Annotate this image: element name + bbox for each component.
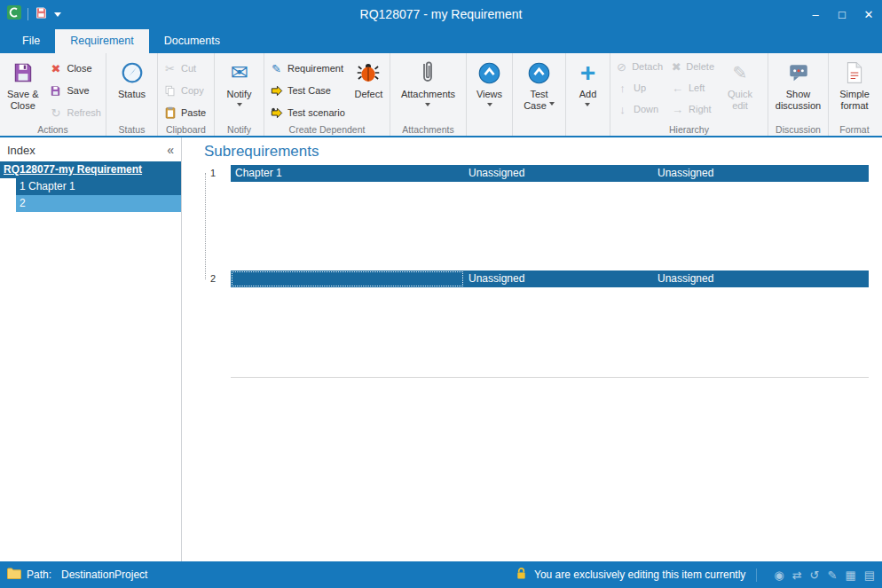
statusbar-tools: ◉ ⇄ ↺ ✎ ▦ ▤ [756,568,875,582]
row-assignee-cell[interactable]: Unassigned [464,270,653,287]
arrow-down-icon: ↓ [615,103,630,116]
test-scenario-arrow-icon [269,106,284,119]
folder-icon [7,568,21,582]
row-name-cell[interactable]: Chapter 1 [231,165,464,182]
statusbar: Path: DestinationProject You are exclusi… [0,561,882,588]
arrow-right-icon: → [670,103,685,116]
views-button[interactable]: Views [475,55,504,124]
move-down-button[interactable]: ↓ Down [611,100,666,118]
paperclip-icon [418,59,437,87]
plus-icon: + [580,59,596,87]
paste-button[interactable]: Paste [159,104,209,122]
ribbon-group-hierarchy: ⊘ Detach ✖ Delete ↑ Up ← Left [610,53,768,136]
grid-icon[interactable]: ▦ [845,568,855,582]
ribbon-group-notify: ✉ Notify Notify [215,53,264,136]
quick-access-chevron-icon[interactable] [54,12,61,20]
maximize-button[interactable]: □ [829,0,855,28]
tree-item-chapter-1[interactable]: 1 Chapter 1 [16,178,181,195]
detach-button[interactable]: ⊘ Detach [611,58,666,75]
close-item-button[interactable]: ✖ Close [44,59,105,77]
tab-requirement[interactable]: Requirement [55,29,149,53]
test-case-arrow-icon [269,84,284,97]
ribbon-group-views: Views [467,53,513,136]
row-assignee-cell[interactable]: Unassigned [464,165,653,182]
test-case-button[interactable]: Test Case [517,55,562,124]
target-icon[interactable]: ◉ [774,568,784,582]
ribbon: Save & Close ✖ Close Save ↻ Refresh [0,53,882,137]
path-value: DestinationProject [61,568,147,581]
subrequirement-row[interactable]: Unassigned Unassigned [231,270,869,287]
move-up-button[interactable]: ↑ Up [611,79,666,97]
path-label: Path: [27,568,51,581]
cut-button[interactable]: ✂ Cut [159,59,209,77]
save-icon [48,85,63,97]
tree-connector-line [205,173,206,279]
status-compass-icon [121,59,144,87]
ribbon-group-discussion: Show discussion Discussion [768,53,829,136]
subrequirement-row[interactable]: Chapter 1 Unassigned Unassigned [231,165,869,182]
ribbon-group-add: + Add [566,53,610,136]
row-name-cell-focused[interactable] [231,270,464,287]
tab-file[interactable]: File [7,29,55,53]
notify-button[interactable]: ✉ Notify [224,55,253,124]
undo-icon[interactable]: ↺ [810,568,820,582]
status-button[interactable]: Status [116,55,147,124]
move-right-button[interactable]: → Right [666,100,718,118]
dropdown-chevron-icon [425,103,430,109]
document-page-icon [845,59,864,87]
quick-save-icon[interactable] [35,6,48,23]
save-and-close-button[interactable]: Save & Close [1,55,44,124]
create-defect-button[interactable]: Defect [349,55,389,124]
refresh-button[interactable]: ↻ Refresh [44,104,105,122]
group-label-status: Status [106,124,157,136]
rows-icon[interactable]: ▤ [864,568,875,582]
tree-item-requirement-root[interactable]: RQ128077-my Requirement [0,161,181,178]
section-heading: Subrequirements [204,143,319,161]
group-label-create-dependent: Create Dependent [264,124,390,136]
add-button[interactable]: + Add [578,55,599,124]
swap-arrows-icon[interactable]: ⇄ [792,568,802,582]
ribbon-group-clipboard: ✂ Cut Copy Paste Clipboard [158,53,215,136]
tree-item-2[interactable]: 2 [16,195,181,212]
close-icon: ✖ [48,62,63,75]
detach-icon: ⊘ [615,60,628,74]
create-test-case-button[interactable]: Test Case [265,82,349,99]
tab-documents[interactable]: Documents [149,29,235,53]
app-icon[interactable] [7,5,21,23]
delete-button[interactable]: ✖ Delete [666,58,718,75]
ribbon-group-format: Simple format Format [829,53,880,136]
row-assignee-cell[interactable]: Unassigned [653,165,869,182]
ribbon-tab-bar: File Requirement Documents [0,28,882,53]
index-sidebar: Index « RQ128077-my Requirement 1 Chapte… [0,137,182,561]
minimize-button[interactable]: – [802,0,829,28]
section-divider [231,377,869,378]
quick-edit-button[interactable]: ✎ Quick edit [718,55,762,124]
collapse-sidebar-icon[interactable]: « [167,143,174,157]
show-discussion-button[interactable]: Show discussion [771,55,826,124]
exclusive-editing-notice: You are exclusively editing this item cu… [534,568,745,581]
window-title: RQ128077 - my Requirement [0,7,882,21]
save-button[interactable]: Save [44,82,105,99]
row-assignee-cell[interactable]: Unassigned [653,270,869,287]
create-test-scenario-button[interactable]: Test scenario [265,104,349,122]
create-requirement-button[interactable]: ✎ Requirement [265,59,349,77]
scissors-icon: ✂ [162,62,177,75]
arrow-up-icon: ↑ [615,82,630,95]
close-window-button[interactable]: ✕ [855,0,882,28]
move-left-button[interactable]: ← Left [666,79,718,97]
window-controls: – □ ✕ [802,0,882,28]
dropdown-chevron-icon [549,102,555,108]
attachments-button[interactable]: Attachments [399,55,457,124]
simple-format-button[interactable]: Simple format [831,55,878,124]
copy-button[interactable]: Copy [159,82,209,99]
group-label-format: Format [829,124,880,136]
pencil-icon[interactable]: ✎ [828,568,838,582]
content-area: Index « RQ128077-my Requirement 1 Chapte… [0,137,882,561]
group-label-actions: Actions [0,124,106,136]
ribbon-group-attachments: Attachments Attachments [390,53,467,136]
group-label-clipboard: Clipboard [158,124,214,136]
speech-bubble-icon [787,59,810,87]
group-label-attachments: Attachments [390,124,466,136]
clipboard-icon [162,106,177,119]
group-label-discussion: Discussion [768,124,828,136]
